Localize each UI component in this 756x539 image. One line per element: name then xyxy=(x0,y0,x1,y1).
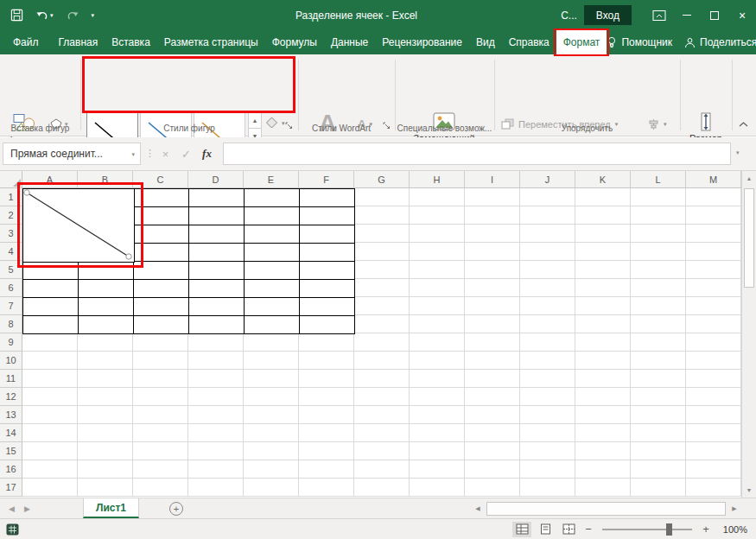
customize-qat-button[interactable]: ▾ xyxy=(92,12,95,19)
group-label-accessibility: Специальные возмож... xyxy=(395,124,494,133)
group-divider xyxy=(298,60,299,130)
column-header[interactable]: J xyxy=(520,171,575,188)
column-header[interactable]: B xyxy=(78,171,133,188)
sheet-tab-list1[interactable]: Лист1 xyxy=(83,498,139,518)
page-layout-view-button[interactable] xyxy=(536,522,555,537)
merged-cell-a1-b4[interactable] xyxy=(23,189,135,263)
row-header[interactable]: 5 xyxy=(0,261,22,279)
row-header[interactable]: 11 xyxy=(0,370,22,388)
chevron-up-icon xyxy=(739,122,748,127)
vertical-scroll-thumb[interactable] xyxy=(744,188,754,288)
ribbon-tab[interactable]: Данные xyxy=(324,30,375,54)
formula-input[interactable] xyxy=(223,143,731,165)
row-header[interactable]: 17 xyxy=(0,479,22,497)
row-header[interactable]: 12 xyxy=(0,388,22,406)
save-button[interactable] xyxy=(10,9,23,22)
insert-function-button[interactable]: fx xyxy=(197,143,217,165)
shape-handle-bottom-right[interactable] xyxy=(126,254,131,259)
status-bar: − + 100% xyxy=(0,518,756,539)
tab-file[interactable]: Файл xyxy=(0,30,52,54)
select-all-triangle-icon xyxy=(13,179,21,187)
sign-in-button[interactable]: Вход xyxy=(584,5,632,25)
vertical-scrollbar[interactable]: ▲ ▼ xyxy=(741,171,756,498)
expand-formula-bar-button[interactable]: ▾ xyxy=(736,149,740,155)
ribbon-tab[interactable]: Главная xyxy=(52,30,105,54)
column-header[interactable]: I xyxy=(465,171,520,188)
column-header[interactable]: G xyxy=(354,171,410,188)
ribbon-display-options-button[interactable] xyxy=(645,0,673,30)
column-header[interactable]: L xyxy=(631,171,686,188)
close-button[interactable]: × xyxy=(728,0,756,30)
page-break-preview-button[interactable] xyxy=(559,522,578,537)
ribbon-tab[interactable]: Разметка страницы xyxy=(157,30,265,54)
column-header[interactable]: H xyxy=(410,171,465,188)
collapse-ribbon-button[interactable] xyxy=(739,118,748,129)
column-header[interactable]: F xyxy=(299,171,354,188)
row-header[interactable]: 6 xyxy=(0,279,22,297)
right-arrow-icon: ▶ xyxy=(732,505,736,512)
row-header[interactable]: 2 xyxy=(0,206,22,225)
row-header[interactable]: 13 xyxy=(0,406,22,424)
ribbon-tab[interactable]: Формулы xyxy=(265,30,324,54)
maximize-button[interactable] xyxy=(701,0,728,30)
undo-button[interactable]: ▾ xyxy=(36,10,54,21)
column-header[interactable]: M xyxy=(686,171,741,188)
user-name[interactable]: С... xyxy=(561,10,577,22)
ribbon-tab[interactable]: Справка xyxy=(502,30,556,54)
horizontal-scroll-thumb[interactable] xyxy=(486,502,726,516)
normal-view-button[interactable] xyxy=(512,522,531,537)
row-header[interactable]: 15 xyxy=(0,442,22,460)
row-header[interactable]: 8 xyxy=(0,315,22,333)
name-box[interactable]: Прямая соединит... ▾ xyxy=(3,143,141,165)
column-header[interactable]: D xyxy=(188,171,244,188)
column-header[interactable]: C xyxy=(133,171,188,188)
add-sheet-button[interactable]: + xyxy=(169,502,183,516)
select-all-button[interactable] xyxy=(0,171,22,188)
scroll-left-button[interactable]: ◀ xyxy=(471,502,485,516)
scroll-up-button[interactable]: ▲ xyxy=(742,171,756,186)
scroll-down-button[interactable]: ▼ xyxy=(742,483,756,498)
sheet-nav-left-button[interactable]: ◀ xyxy=(9,504,15,513)
column-header[interactable]: K xyxy=(575,171,631,188)
column-header[interactable]: A xyxy=(22,171,78,188)
assistant-button[interactable]: Помощник xyxy=(607,36,672,48)
enter-button[interactable]: ✓ xyxy=(176,143,196,165)
zoom-in-button[interactable]: + xyxy=(700,523,712,536)
zoom-slider-thumb[interactable] xyxy=(666,523,672,536)
share-button[interactable]: Поделиться xyxy=(684,36,756,48)
macro-record-icon[interactable] xyxy=(6,523,19,536)
formula-bar-splitter[interactable]: ⋮ xyxy=(145,148,155,159)
row-header[interactable]: 3 xyxy=(0,225,22,243)
zoom-out-button[interactable]: − xyxy=(582,523,594,536)
row-header[interactable]: 7 xyxy=(0,297,22,315)
ribbon-tab[interactable]: Вставка xyxy=(105,30,157,54)
row-header[interactable]: 10 xyxy=(0,352,22,370)
zoom-level[interactable]: 100% xyxy=(716,524,747,535)
cells-area[interactable] xyxy=(22,188,741,497)
row-header[interactable]: 4 xyxy=(0,243,22,261)
row-header[interactable]: 14 xyxy=(0,424,22,442)
chevron-down-icon: ▾ xyxy=(92,12,95,19)
minimize-button[interactable] xyxy=(673,0,701,30)
cancel-button[interactable]: × xyxy=(156,143,175,165)
row-header[interactable]: 16 xyxy=(0,460,22,479)
row-header[interactable]: 1 xyxy=(0,188,22,206)
sheet-nav-right-button[interactable]: ▶ xyxy=(24,504,30,513)
bordered-table-range[interactable] xyxy=(22,188,355,334)
horizontal-scrollbar[interactable]: ◀ ▶ xyxy=(471,502,741,516)
zoom-slider[interactable] xyxy=(602,529,692,530)
row-header[interactable]: 9 xyxy=(0,333,22,352)
wordart-dialog-launcher[interactable] xyxy=(383,122,391,132)
shape-styles-dialog-launcher[interactable] xyxy=(285,122,294,132)
column-headers: ABCDEFGHIJKLM xyxy=(22,171,741,188)
tab-format[interactable]: Формат xyxy=(556,30,607,54)
ribbon-tab[interactable]: Рецензирование xyxy=(375,30,469,54)
column-header[interactable]: E xyxy=(244,171,299,188)
scroll-right-button[interactable]: ▶ xyxy=(727,502,741,516)
tab-format-label: Формат xyxy=(563,36,600,48)
shape-handle-top-left[interactable] xyxy=(24,190,29,195)
diagonal-line-shape[interactable] xyxy=(23,189,134,262)
redo-button[interactable] xyxy=(67,10,79,21)
status-bar-right: − + 100% xyxy=(512,522,756,537)
ribbon-tab[interactable]: Вид xyxy=(469,30,502,54)
